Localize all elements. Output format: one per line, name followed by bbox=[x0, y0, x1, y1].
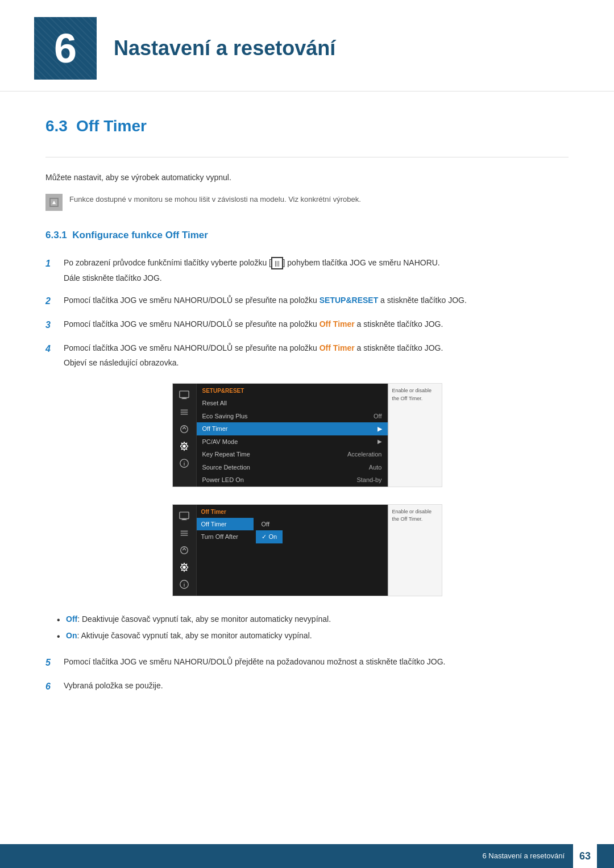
menu-item-eco: Eco Saving Plus Off bbox=[197, 410, 388, 423]
monitor-icon-2 bbox=[179, 511, 189, 521]
chapter-number: 6 bbox=[34, 17, 97, 80]
submenu-left: Off Timer Turn Off After bbox=[197, 518, 254, 596]
sidebar-icon-monitor-2 bbox=[178, 512, 190, 521]
info-icon: i bbox=[179, 458, 189, 468]
sidebar-icon-info: i bbox=[178, 459, 190, 468]
menu-item-key-repeat: Key Repeat Time Acceleration bbox=[197, 448, 388, 461]
divider bbox=[45, 157, 569, 157]
section-number: 6.3 bbox=[45, 117, 68, 135]
pencil-icon bbox=[48, 197, 60, 208]
sidebar-icon-gear-2 bbox=[178, 563, 190, 572]
highlight-setup-reset: SETUP&RESET bbox=[320, 296, 378, 305]
step-4-subtext: Objeví se následující obrazovka. bbox=[64, 357, 569, 369]
step-content-6: Vybraná položka se použije. bbox=[64, 680, 569, 692]
dropdown-off: Off bbox=[256, 518, 283, 531]
step-number-6: 6 bbox=[45, 680, 57, 693]
submenu-turn-off-after: Turn Off After bbox=[197, 530, 254, 543]
note-box: Funkce dostupné v monitoru se mohou liši… bbox=[45, 194, 569, 211]
screenshots-section: i SETUP&RESET Reset All Eco Saving Plus … bbox=[45, 383, 569, 596]
sidebar-icon-lines bbox=[178, 408, 190, 417]
step-number-5: 5 bbox=[45, 656, 57, 670]
monitor-screen-2: i Off Timer Off Timer Turn Off After bbox=[172, 504, 388, 596]
step-content-5: Pomocí tlačítka JOG ve směru NAHORU/DOLŮ… bbox=[64, 656, 569, 668]
chapter-header: 6 Nastavení a resetování bbox=[0, 0, 614, 92]
step-1: 1 Po zobrazení průvodce funkčními tlačít… bbox=[45, 257, 569, 285]
menu-item-power-led: Power LED On Stand-by bbox=[197, 474, 388, 487]
menu-header-1: SETUP&RESET bbox=[197, 384, 388, 397]
step-number-2: 2 bbox=[45, 294, 57, 308]
step-content-1: Po zobrazení průvodce funkčními tlačítky… bbox=[64, 257, 569, 285]
menu-item-pcav: PC/AV Mode ▶ bbox=[197, 435, 388, 448]
submenu-header: Off Timer bbox=[197, 505, 388, 518]
subsection-title: 6.3.1 Konfigurace funkce Off Timer bbox=[45, 228, 569, 246]
picture-icon bbox=[179, 424, 189, 434]
step-2: 2 Pomocí tlačítka JOG ve směru NAHORU/DO… bbox=[45, 294, 569, 308]
step-number-1: 1 bbox=[45, 257, 57, 271]
sidebar-icon-info-2: i bbox=[178, 580, 190, 589]
step-number-3: 3 bbox=[45, 318, 57, 332]
screenshot-1: i SETUP&RESET Reset All Eco Saving Plus … bbox=[172, 383, 442, 487]
info-icon-2: i bbox=[179, 579, 189, 589]
monitor-menu-2: Off Timer Off Timer Turn Off After Off ✓… bbox=[197, 505, 388, 596]
monitor-sidebar-1: i bbox=[173, 384, 197, 487]
svg-point-19 bbox=[182, 566, 185, 568]
steps-section: 1 Po zobrazení průvodce funkčními tlačít… bbox=[45, 257, 569, 369]
bullet-list: Off: Deaktivuje časovač vypnutí tak, aby… bbox=[57, 613, 569, 642]
menu-item-reset-all: Reset All bbox=[197, 397, 388, 410]
chapter-title: Nastavení a resetování bbox=[114, 33, 335, 64]
step-content-4: Pomocí tlačítka JOG ve směru NAHORU/DOLŮ… bbox=[64, 342, 569, 369]
dropdown-panel: Off ✓On bbox=[256, 518, 283, 596]
step-content-3: Pomocí tlačítka JOG ve směru NAHORU/DOLŮ… bbox=[64, 318, 569, 330]
step-4: 4 Pomocí tlačítka JOG ve směru NAHORU/DO… bbox=[45, 342, 569, 369]
submenu-off-timer: Off Timer bbox=[197, 518, 254, 531]
menu-icon: ||| bbox=[271, 257, 283, 270]
note-icon bbox=[45, 194, 63, 211]
dropdown-on: ✓On bbox=[256, 530, 283, 543]
sidebar-icon-gear bbox=[178, 442, 190, 451]
monitor-sidebar-2: i bbox=[173, 505, 197, 596]
gear-icon-sidebar bbox=[179, 441, 189, 451]
step-5: 5 Pomocí tlačítka JOG ve směru NAHORU/DO… bbox=[45, 656, 569, 670]
sidebar-icon-lines-2 bbox=[178, 529, 190, 538]
lines-icon bbox=[179, 407, 189, 417]
lines-icon-2 bbox=[179, 528, 189, 538]
svg-point-9 bbox=[182, 445, 185, 447]
screen2-annotation: Enable or disable the Off Timer. bbox=[388, 504, 442, 596]
note-text: Funkce dostupné v monitoru se mohou liši… bbox=[69, 194, 361, 205]
menu-item-source-detect: Source Detection Auto bbox=[197, 461, 388, 474]
footer-page-number: 63 bbox=[573, 844, 597, 868]
bullet-on-label: On bbox=[66, 631, 77, 640]
picture-icon-2 bbox=[179, 545, 189, 555]
svg-text:i: i bbox=[184, 582, 185, 587]
step-1-subtext: Dále stiskněte tlačítko JOG. bbox=[64, 272, 569, 284]
submenu-row: Off Timer Turn Off After Off ✓On bbox=[197, 518, 388, 596]
screen1-annotation: Enable or disable the Off Timer. bbox=[388, 383, 442, 487]
monitor-icon bbox=[179, 390, 189, 400]
svg-rect-12 bbox=[180, 512, 189, 518]
step-number-4: 4 bbox=[45, 342, 57, 356]
page-footer: 6 Nastavení a resetování 63 bbox=[0, 844, 614, 868]
step-3: 3 Pomocí tlačítka JOG ve směru NAHORU/DO… bbox=[45, 318, 569, 332]
screenshot-2: i Off Timer Off Timer Turn Off After bbox=[172, 504, 442, 596]
intro-text: Můžete nastavit, aby se výrobek automati… bbox=[45, 172, 569, 184]
svg-text:i: i bbox=[184, 461, 185, 467]
section-title: 6.3Off Timer bbox=[45, 114, 569, 143]
menu-item-off-timer-highlighted: Off Timer ▶ bbox=[197, 422, 388, 435]
bullet-off: Off: Deaktivuje časovač vypnutí tak, aby… bbox=[57, 613, 569, 625]
highlight-off-timer-4: Off Timer bbox=[320, 343, 355, 352]
main-content: 6.3Off Timer Můžete nastavit, aby se výr… bbox=[0, 114, 614, 693]
monitor-menu-1: SETUP&RESET Reset All Eco Saving Plus Of… bbox=[197, 384, 388, 487]
highlight-off-timer-3: Off Timer bbox=[320, 319, 355, 329]
bullet-off-label: Off bbox=[66, 614, 77, 624]
monitor-screen-1: i SETUP&RESET Reset All Eco Saving Plus … bbox=[172, 383, 388, 487]
sidebar-icon-picture bbox=[178, 425, 190, 434]
sidebar-icon-picture-2 bbox=[178, 546, 190, 555]
sidebar-icon-monitor bbox=[178, 391, 190, 400]
svg-rect-2 bbox=[180, 391, 189, 398]
step-content-2: Pomocí tlačítka JOG ve směru NAHORU/DOLŮ… bbox=[64, 294, 569, 306]
gear-icon-sidebar-2 bbox=[179, 562, 189, 572]
footer-text: 6 Nastavení a resetování bbox=[482, 850, 565, 862]
bullet-on: On: Aktivuje časovač vypnutí tak, aby se… bbox=[57, 630, 569, 642]
step-6: 6 Vybraná položka se použije. bbox=[45, 680, 569, 693]
